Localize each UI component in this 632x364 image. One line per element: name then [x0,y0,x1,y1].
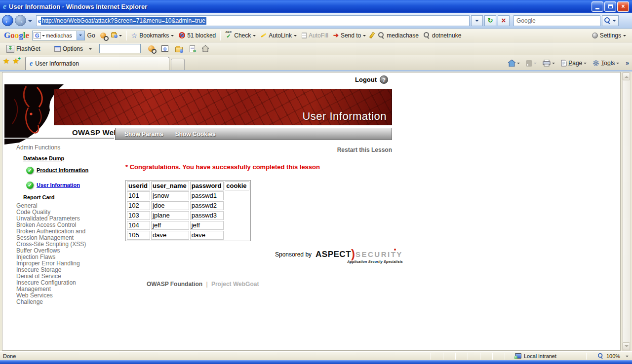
flashget-url-input[interactable] [99,44,141,53]
tools-menu-button[interactable]: Tools [591,59,621,68]
favorites-center-button[interactable]: ★ [3,57,9,66]
status-text: Done [0,353,425,359]
sidebar-lesson-link[interactable]: Report Card [23,194,55,200]
google-settings-button[interactable]: Settings [590,31,628,40]
page-menu-button[interactable]: Page [559,59,588,68]
search-site-button[interactable] [98,31,109,40]
sidebar-category[interactable]: Admin Functions [16,145,101,151]
combo-dropdown-button[interactable] [77,31,84,40]
add-favorite-button[interactable]: ★ [12,57,19,66]
nav-button-show-cookies[interactable]: Show Cookies [175,131,216,138]
google-combo-value[interactable]: mediachas [46,33,77,38]
help-icon[interactable]: ? [380,75,388,84]
google-toolbar: Google G mediachas Go ☆Bookmarks 51 bloc… [0,29,632,42]
table-cell: dave [190,231,224,240]
search-images-button[interactable] [109,32,124,39]
logout-link[interactable]: Logout [355,76,377,83]
sidebar-lesson-link[interactable]: Product Information [37,167,88,173]
sendto-button[interactable]: ➔Send to [331,30,368,40]
browser-window: e User Information - Windows Internet Ex… [0,0,632,364]
intranet-zone-icon [515,353,521,359]
flashget-button[interactable]: FlashGet [4,43,43,54]
autolink-button[interactable]: AutoLink [258,31,299,40]
address-dropdown-button[interactable] [471,15,483,26]
ie-logo-icon: e [3,2,6,10]
restart-lesson-link[interactable]: Restart this Lesson [244,146,392,153]
restore-button[interactable] [604,1,616,12]
feeds-button[interactable] [524,59,538,68]
table-cell [225,221,249,230]
new-tab-button[interactable] [171,59,185,70]
bookmarks-button[interactable]: ☆Bookmarks [129,30,177,41]
sidebar-lesson-link[interactable]: User Information [37,182,80,188]
globe-search-icon [148,45,155,52]
minimize-button[interactable] [592,1,603,12]
page-label: age [572,60,582,67]
url-text[interactable]: http://neo/WebGoat/attack?Screen=71&menu… [41,17,206,25]
google-search-combo[interactable]: G mediachas [32,31,85,40]
dotnetnuke-search-button[interactable]: dotnetnuke [421,31,464,40]
bookmarks-star-icon: ☆ [131,32,138,39]
close-button[interactable]: × [617,1,629,12]
home-button[interactable] [507,59,521,68]
table-header-cell: userid [127,182,150,190]
magnifier-icon [424,32,430,38]
tab-favicon: e [30,60,33,68]
table-row: 102jdoepasswd2 [127,201,249,210]
back-button[interactable]: ← [2,15,13,26]
history-dropdown-icon[interactable] [28,20,32,24]
table-cell: jsnow [151,191,189,200]
success-message: * Congratulations. You have successfully… [125,163,320,171]
sidebar-category[interactable]: Broken Authentication and Session Manage… [16,228,101,241]
lesson-sidebar: Admin FunctionsDatabase Dump✓Product Inf… [4,145,116,305]
zoom-control[interactable]: 100% [592,353,632,359]
search-input[interactable] [514,15,600,26]
sidebar-category[interactable]: Challenge [16,299,101,305]
tab-user-information[interactable]: e User Information [25,57,169,70]
table-row: 104jeffjeff [127,221,249,230]
toolbar-overflow-chevron[interactable]: » [626,60,629,67]
table-cell [225,201,249,210]
title-bar[interactable]: e User Information - Windows Internet Ex… [0,0,632,13]
google-g-icon: G [34,32,41,39]
table-cell: 104 [127,221,150,230]
popup-blocker-button[interactable]: 51 blocked [176,31,218,40]
scroll-up-button[interactable] [623,73,630,80]
highlighter-button[interactable] [368,31,376,40]
owasp-foundation-link[interactable]: OWASP Foundation [147,281,202,288]
scroll-down-button[interactable] [623,342,630,350]
folder-globe-icon [175,47,183,52]
address-field[interactable]: e http://neo/WebGoat/attack?Screen=71&me… [36,15,470,26]
refresh-button[interactable]: ↻ [484,15,496,26]
flashget-options-button[interactable]: Options [52,44,94,54]
autofill-icon [302,33,307,38]
vertical-scrollbar[interactable] [622,72,631,351]
sidebar-lesson-link[interactable]: Database Dump [23,155,64,161]
google-go-button[interactable]: Go [85,31,98,40]
project-webgoat-link[interactable]: Project WebGoat [211,281,259,288]
autofill-button[interactable]: AutoFill [299,31,331,40]
net-search-button[interactable] [146,44,157,53]
flashget-home-button[interactable] [199,44,211,53]
address-bar-row: ← → e http://neo/WebGoat/attack?Screen=7… [0,13,632,29]
sponsor-prefix: Sponsored by [275,251,312,258]
stop-button[interactable]: × [498,15,510,26]
spellcheck-button[interactable]: Check [223,31,258,40]
table-cell: passwd1 [190,191,224,200]
mediachase-search-button[interactable]: mediachase [376,31,421,40]
search-go-button[interactable] [602,15,619,26]
site-explorer-button[interactable] [173,44,185,54]
table-header-cell: user_name [151,182,189,190]
media-capture-button[interactable]: ◎ [159,44,171,53]
zoom-icon [598,353,603,359]
download-page-button[interactable]: ∞ [187,44,198,54]
forward-button[interactable]: → [15,15,26,26]
lesson-title: User Information [302,110,387,123]
nav-button-show-params[interactable]: Show Params [124,131,163,138]
sidebar-category[interactable]: Insecure Configuration Management [16,280,101,292]
table-header-row: useriduser_namepasswordcookie [127,182,249,190]
print-button[interactable] [541,59,556,68]
windows-taskbar-edge[interactable] [0,360,632,364]
minimize-icon [595,8,599,9]
highlighter-pen-icon [369,32,375,39]
